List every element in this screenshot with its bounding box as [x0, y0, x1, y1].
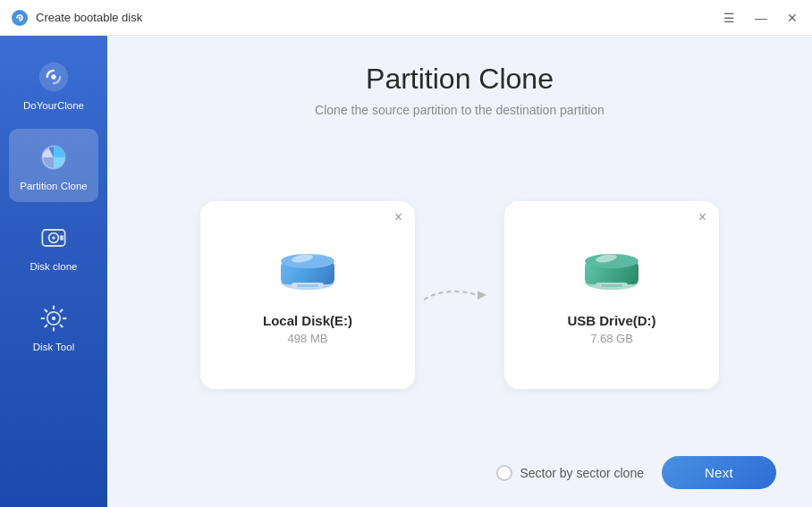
main-layout: DoYourClone Partition Clone — [0, 36, 812, 507]
svg-line-17 — [61, 309, 63, 311]
close-button[interactable]: ✕ — [783, 10, 801, 26]
svg-rect-24 — [297, 284, 318, 287]
page-title: Partition Clone — [143, 63, 776, 96]
sidebar-item-doyourclone[interactable]: DoYourClone — [9, 48, 98, 122]
sidebar-item-disk-tool[interactable]: Disk Tool — [9, 290, 98, 363]
svg-point-7 — [52, 236, 55, 240]
bottom-bar: Sector by sector clone Next — [143, 445, 776, 489]
disk-tool-icon — [36, 300, 72, 336]
page-subtitle: Clone the source partition to the destin… — [143, 103, 776, 117]
sidebar: DoYourClone Partition Clone — [0, 36, 107, 507]
source-disk-size: 498 MB — [288, 332, 328, 345]
window-controls: ☰ — ✕ — [720, 10, 801, 26]
svg-rect-31 — [601, 284, 622, 287]
svg-marker-25 — [478, 291, 486, 300]
sidebar-item-disk-clone[interactable]: Disk clone — [9, 209, 98, 283]
svg-point-1 — [19, 16, 21, 19]
destination-disk-card: × — [504, 201, 719, 389]
sidebar-item-doyourclone-label: DoYourClone — [23, 100, 84, 111]
svg-line-15 — [45, 309, 47, 311]
source-disk-name: Local Disk(E:) — [263, 313, 352, 328]
destination-card-close[interactable]: × — [698, 210, 706, 224]
arrow-area — [415, 282, 504, 308]
sidebar-item-partition-clone[interactable]: Partition Clone — [9, 129, 98, 202]
svg-line-18 — [45, 325, 47, 327]
sidebar-item-disk-tool-label: Disk Tool — [33, 342, 74, 352]
destination-disk-size: 7.68 GB — [590, 332, 633, 345]
content-area: Partition Clone Clone the source partiti… — [107, 36, 812, 507]
source-disk-icon — [272, 245, 343, 299]
sector-clone-radio[interactable] — [496, 465, 512, 481]
svg-rect-8 — [60, 235, 63, 240]
sidebar-item-disk-clone-label: Disk clone — [30, 261, 77, 272]
window-title: Create bootable disk — [36, 11, 720, 24]
svg-line-16 — [61, 325, 63, 327]
clone-area: × — [143, 144, 776, 445]
app-icon — [11, 9, 29, 27]
menu-button[interactable]: ☰ — [720, 10, 739, 26]
sector-clone-option[interactable]: Sector by sector clone — [496, 465, 644, 481]
doyourclone-icon — [36, 59, 72, 95]
source-card-close[interactable]: × — [394, 210, 402, 224]
sidebar-item-partition-clone-label: Partition Clone — [20, 181, 87, 191]
svg-point-3 — [51, 74, 55, 79]
destination-disk-name: USB Drive(D:) — [567, 313, 656, 328]
next-button[interactable]: Next — [662, 456, 776, 489]
partition-clone-icon — [36, 139, 72, 175]
clone-arrow-icon — [419, 282, 500, 308]
svg-point-10 — [52, 317, 56, 321]
disk-clone-icon — [36, 220, 72, 256]
titlebar: Create bootable disk ☰ — ✕ — [0, 0, 812, 36]
sector-clone-label: Sector by sector clone — [520, 466, 644, 480]
destination-disk-icon — [576, 245, 647, 299]
minimize-button[interactable]: — — [751, 10, 771, 26]
source-disk-card: × — [200, 201, 415, 389]
